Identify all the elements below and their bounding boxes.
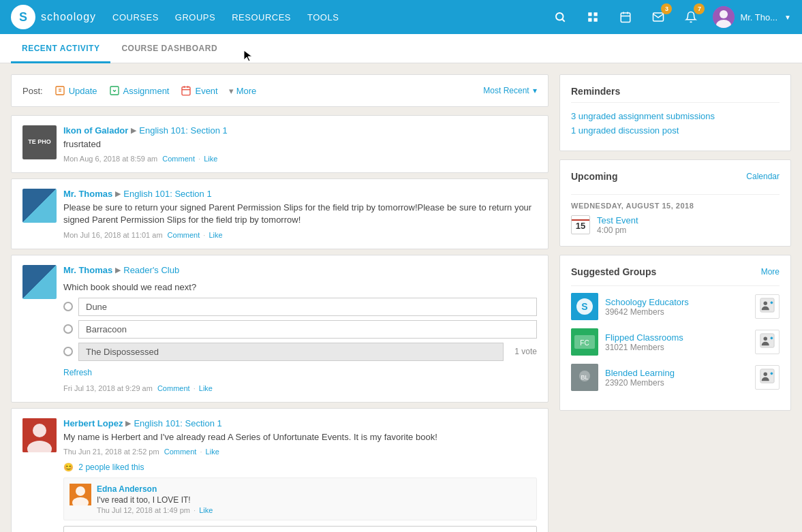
post-more-label: More xyxy=(236,86,257,96)
poll-option-text-1[interactable]: Dune xyxy=(78,298,537,316)
grid-button[interactable] xyxy=(582,6,604,28)
post-label: Post: xyxy=(22,86,43,96)
svg-rect-16 xyxy=(110,87,119,95)
item-header: Mr. Thomas ▶ English 101: Section 1 Plea… xyxy=(22,189,537,238)
item-meta: Thu Jun 21, 2018 at 2:52 pm Comment · Li… xyxy=(63,448,537,456)
item-header: Herbert Lopez ▶ English 101: Section 1 M… xyxy=(22,418,537,532)
svg-text:FC: FC xyxy=(580,339,589,347)
course-name[interactable]: Reader's Club xyxy=(123,265,179,275)
poll-radio-1[interactable] xyxy=(63,302,73,311)
group-members: 23920 Members xyxy=(605,378,748,388)
search-button[interactable] xyxy=(549,6,571,28)
tab-course-dashboard[interactable]: COURSE DASHBOARD xyxy=(110,34,228,63)
group-name[interactable]: Schoology Educators xyxy=(605,297,748,307)
group-join-btn[interactable] xyxy=(755,330,780,354)
post-update-label: Update xyxy=(69,86,97,96)
logo[interactable]: S schoology xyxy=(11,5,96,29)
author-name[interactable]: Mr. Thomas xyxy=(63,189,112,199)
reminder-item-1[interactable]: 3 ungraded assignment submissions xyxy=(571,111,780,121)
group-join-btn[interactable] xyxy=(755,365,780,390)
item-header: TE PHO Ikon of Galador ▶ English 101: Se… xyxy=(22,125,537,163)
poll-radio-3[interactable] xyxy=(63,347,73,356)
post-assignment-btn[interactable]: Assignment xyxy=(106,83,172,98)
author-name[interactable]: Mr. Thomas xyxy=(63,265,112,275)
poll-option-text-2[interactable]: Barracoon xyxy=(78,320,537,339)
post-event-label: Event xyxy=(195,86,217,96)
poll-question: Which book should we read next? xyxy=(63,282,537,292)
nav-courses[interactable]: COURSES xyxy=(112,10,159,25)
messages-button[interactable]: 3 xyxy=(647,6,669,28)
comment-avatar xyxy=(70,484,91,505)
post-update-btn[interactable]: Update xyxy=(51,83,100,98)
comment-text: I've read it too, I LOVE IT! xyxy=(97,495,531,505)
group-item: S Schoology Educators 39642 Members xyxy=(571,293,780,320)
comment-like-link[interactable]: Like xyxy=(199,506,213,514)
nav-tools[interactable]: TOOLS xyxy=(307,10,339,25)
like-link[interactable]: Like xyxy=(204,155,217,163)
upcoming-title: Upcoming xyxy=(571,171,617,182)
assignment-icon xyxy=(108,84,121,97)
course-name[interactable]: English 101: Section 1 xyxy=(134,418,221,428)
top-nav: S schoology COURSES GROUPS RESOURCES TOO… xyxy=(0,0,802,34)
reminder-item-2[interactable]: 1 ungraded discussion post xyxy=(571,125,780,136)
comment-link[interactable]: Comment xyxy=(162,155,195,163)
svg-point-31 xyxy=(764,302,768,306)
like-link[interactable]: Like xyxy=(209,231,222,239)
calendar-link[interactable]: Calendar xyxy=(746,172,780,181)
avatar xyxy=(22,418,57,452)
sort-dropdown[interactable]: Most Recent ▾ xyxy=(482,86,537,95)
comment-link[interactable]: Comment xyxy=(157,384,190,392)
suggested-groups-title: Suggested Groups xyxy=(571,266,656,277)
poll-votes: 1 vote xyxy=(514,347,537,356)
post-assignment-label: Assignment xyxy=(123,86,170,96)
group-name[interactable]: Flipped Classrooms xyxy=(605,332,748,343)
group-info: Flipped Classrooms 31021 Members xyxy=(605,332,748,352)
poll-radio-2[interactable] xyxy=(63,324,73,334)
like-link[interactable]: Like xyxy=(199,384,213,392)
course-name[interactable]: English 101: Section 1 xyxy=(123,189,211,199)
poll-refresh-btn[interactable]: Refresh xyxy=(63,368,92,377)
svg-rect-3 xyxy=(594,12,598,16)
comment-input[interactable] xyxy=(63,526,537,532)
like-link[interactable]: Like xyxy=(206,448,219,456)
item-time: Mon Jul 16, 2018 at 11:01 am xyxy=(63,231,163,239)
group-members: 39642 Members xyxy=(605,307,748,317)
comment-link[interactable]: Comment xyxy=(164,448,197,456)
post-more-btn[interactable]: ▾ More xyxy=(226,84,260,97)
author-name[interactable]: Herbert Lopez xyxy=(63,418,123,428)
join-group-icon xyxy=(760,333,775,351)
calendar-event-icon: 15 xyxy=(571,215,590,234)
likes-line: 😊 2 people liked this xyxy=(63,463,537,472)
group-name[interactable]: Blended Learning xyxy=(605,368,748,378)
poll-option-text-3[interactable]: The Dispossessed xyxy=(78,343,504,361)
likes-people-link[interactable]: 2 people liked this xyxy=(78,463,144,472)
nav-groups[interactable]: GROUPS xyxy=(175,10,215,25)
nav-resources[interactable]: RESOURCES xyxy=(232,10,291,25)
post-event-btn[interactable]: Event xyxy=(177,83,220,98)
alerts-button[interactable]: 7 xyxy=(680,6,702,28)
event-name[interactable]: Test Event xyxy=(597,215,638,225)
nav-icons: 3 7 Mr. Tho... ▼ xyxy=(549,6,791,28)
item-body: frusrtated xyxy=(63,138,537,151)
comment-link[interactable]: Comment xyxy=(168,231,200,239)
avatar: TE PHO xyxy=(22,125,57,159)
calendar-button[interactable] xyxy=(615,6,636,28)
tab-recent-activity[interactable]: RECENT ACTIVITY xyxy=(11,34,110,63)
groups-more-link[interactable]: More xyxy=(761,267,780,277)
item-header: Mr. Thomas ▶ Reader's Club Which book sh… xyxy=(22,265,537,392)
course-name[interactable]: English 101: Section 1 xyxy=(139,125,227,136)
right-column: Reminders 3 ungraded assignment submissi… xyxy=(559,74,791,532)
author-name[interactable]: Ikon of Galador xyxy=(63,125,128,136)
likes-emoji-icon: 😊 xyxy=(63,463,74,472)
group-avatar-blended: BL xyxy=(571,364,598,391)
svg-rect-4 xyxy=(589,18,592,22)
event-icon xyxy=(180,84,192,97)
activity-item: TE PHO Ikon of Galador ▶ English 101: Se… xyxy=(11,115,549,173)
comment-author[interactable]: Edna Anderson xyxy=(97,484,157,494)
user-avatar xyxy=(713,6,735,28)
user-menu[interactable]: Mr. Tho... ▼ xyxy=(713,6,791,28)
suggested-groups-widget: Suggested Groups More S Schoology xyxy=(559,255,791,411)
svg-point-0 xyxy=(556,13,564,20)
reminders-title: Reminders xyxy=(571,86,780,103)
group-join-btn[interactable] xyxy=(755,294,780,319)
